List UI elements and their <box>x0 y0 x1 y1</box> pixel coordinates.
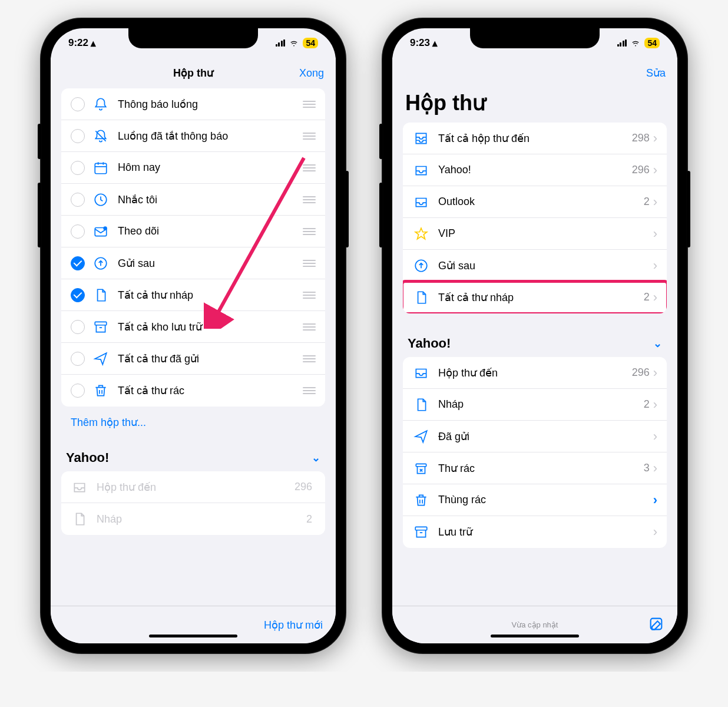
folder-row[interactable]: Lưu trữ › <box>403 516 667 548</box>
checkbox[interactable] <box>71 384 85 398</box>
row-label: VIP <box>438 227 653 240</box>
row-label: Tất cả hộp thư đến <box>438 132 632 145</box>
folder-row[interactable]: Đã gửi › <box>403 421 667 452</box>
row-label: Tất cả kho lưu trữ <box>118 321 303 333</box>
archivebox-icon <box>92 319 110 335</box>
checkbox[interactable] <box>71 320 85 334</box>
mailbox-option-row[interactable]: Tất cả thư rác <box>61 375 325 407</box>
row-label: Hộp thư đến <box>97 481 294 494</box>
row-label: Gửi sau <box>118 257 303 270</box>
mailbox-option-row[interactable]: Tất cả thư nháp <box>61 279 325 311</box>
chevron-right-icon: › <box>653 131 657 146</box>
checkbox[interactable] <box>71 161 85 175</box>
mailbox-row[interactable]: Gửi sau › <box>403 250 667 282</box>
row-label: Đã gửi <box>438 430 653 443</box>
location-icon: ▴ <box>91 37 96 49</box>
bell-slash-icon <box>92 128 110 144</box>
chevron-right-icon: › <box>653 290 657 305</box>
yahoo-sublist: Hộp thư đến 296 Nháp 2 <box>61 471 325 535</box>
folder-row[interactable]: Nháp 2 › <box>403 389 667 421</box>
mailbox-option-row[interactable]: Thông báo luồng <box>61 88 325 120</box>
section-yahoo[interactable]: Yahoo! ⌄ <box>403 325 667 357</box>
mailbox-row[interactable]: VIP › <box>403 218 667 250</box>
chevron-right-icon: › <box>653 163 657 178</box>
mailbox-option-row[interactable]: Theo dõi <box>61 216 325 247</box>
calendar-icon <box>92 160 110 176</box>
mailbox-option-row[interactable]: Gửi sau <box>61 247 325 279</box>
drag-handle-icon[interactable] <box>303 292 316 299</box>
trash-icon <box>92 383 110 398</box>
phone-right: 9:23▴ 54 Sửa Hộp thư Tất cả hộp thư đến … <box>382 18 688 654</box>
section-label: Yahoo! <box>408 336 451 351</box>
tray-up-icon <box>92 256 110 271</box>
row-count: 296 <box>632 366 650 379</box>
mailbox-row[interactable]: Tất cả hộp thư đến 298 › <box>403 123 667 154</box>
mailbox-option-row[interactable]: Tất cả thư đã gửi <box>61 343 325 375</box>
checkbox[interactable] <box>71 97 85 111</box>
compose-button[interactable] <box>648 616 664 635</box>
row-label: Thùng rác <box>438 494 653 506</box>
home-indicator[interactable] <box>491 635 579 637</box>
trash-icon <box>412 493 430 508</box>
mailbox-option-row[interactable]: Luồng đã tắt thông báo <box>61 120 325 152</box>
nav-bar: Sửa <box>392 58 677 88</box>
yahoo-folders: Hộp thư đến 296 › Nháp 2 › Đã gửi › Thư … <box>403 357 667 548</box>
doc-icon <box>412 397 430 412</box>
mailbox-row[interactable]: Outlook 2 › <box>403 186 667 218</box>
doc-icon <box>71 511 88 527</box>
row-label: Tất cả thư nháp <box>438 291 644 304</box>
drag-handle-icon[interactable] <box>303 387 316 394</box>
drag-handle-icon[interactable] <box>303 260 316 267</box>
folder-row[interactable]: Thùng rác › <box>403 484 667 516</box>
folder-row[interactable]: Thư rác 3 › <box>403 452 667 484</box>
mailbox-option-row[interactable]: Nhắc tôi <box>61 184 325 216</box>
row-count: 3 <box>644 462 650 474</box>
section-yahoo[interactable]: Yahoo! ⌄ <box>61 440 325 471</box>
mailbox-row[interactable]: Tất cả thư nháp 2 › <box>403 282 667 313</box>
tray-icon <box>412 194 430 210</box>
home-indicator[interactable] <box>149 635 237 637</box>
tray-up-icon <box>412 258 430 273</box>
battery-icon: 54 <box>644 38 660 48</box>
checkbox[interactable] <box>71 224 85 239</box>
row-label: Hôm nay <box>118 161 303 174</box>
mailbox-list: Tất cả hộp thư đến 298 › Yahoo! 296 › Ou… <box>403 123 667 313</box>
drag-handle-icon[interactable] <box>303 196 316 203</box>
folder-row[interactable]: Hộp thư đến 296 › <box>403 357 667 389</box>
drag-handle-icon[interactable] <box>303 323 316 331</box>
drag-handle-icon[interactable] <box>303 164 316 171</box>
tray-icon <box>71 480 88 495</box>
add-mailbox-link[interactable]: Thêm hộp thư... <box>61 407 325 440</box>
chevron-right-icon: › <box>653 397 657 412</box>
drag-handle-icon[interactable] <box>303 101 316 108</box>
new-mailbox-button[interactable]: Hộp thư mới <box>264 619 323 632</box>
nav-bar: Hộp thư Xong <box>51 58 336 88</box>
mailbox-option-row[interactable]: Tất cả kho lưu trữ <box>61 311 325 343</box>
drag-handle-icon[interactable] <box>303 355 316 362</box>
tray-icon <box>412 163 430 178</box>
chevron-right-icon: › <box>653 194 657 210</box>
chevron-right-icon: › <box>653 226 657 242</box>
signal-icon <box>276 39 286 47</box>
checkbox[interactable] <box>71 129 85 143</box>
folder-row: Hộp thư đến 296 <box>61 471 325 503</box>
tray-all-icon <box>412 131 430 146</box>
checkbox[interactable] <box>71 352 85 366</box>
mailbox-options-list: Thông báo luồng Luồng đã tắt thông báo H… <box>61 88 325 407</box>
drag-handle-icon[interactable] <box>303 133 316 140</box>
xmark-bin-icon <box>412 461 430 476</box>
row-label: Theo dõi <box>118 225 303 237</box>
row-label: Nhắc tôi <box>118 193 303 206</box>
drag-handle-icon[interactable] <box>303 228 316 235</box>
row-label: Nháp <box>438 398 644 411</box>
mailbox-row[interactable]: Yahoo! 296 › <box>403 154 667 186</box>
checkbox[interactable] <box>71 256 85 270</box>
edit-button[interactable]: Sửa <box>630 67 666 80</box>
archivebox-icon <box>412 524 430 540</box>
checkbox[interactable] <box>71 288 85 302</box>
done-button[interactable]: Xong <box>289 67 324 80</box>
mailbox-option-row[interactable]: Hôm nay <box>61 152 325 184</box>
row-label: Lưu trữ <box>438 526 653 538</box>
checkbox[interactable] <box>71 193 85 207</box>
row-label: Luồng đã tắt thông báo <box>118 130 303 143</box>
